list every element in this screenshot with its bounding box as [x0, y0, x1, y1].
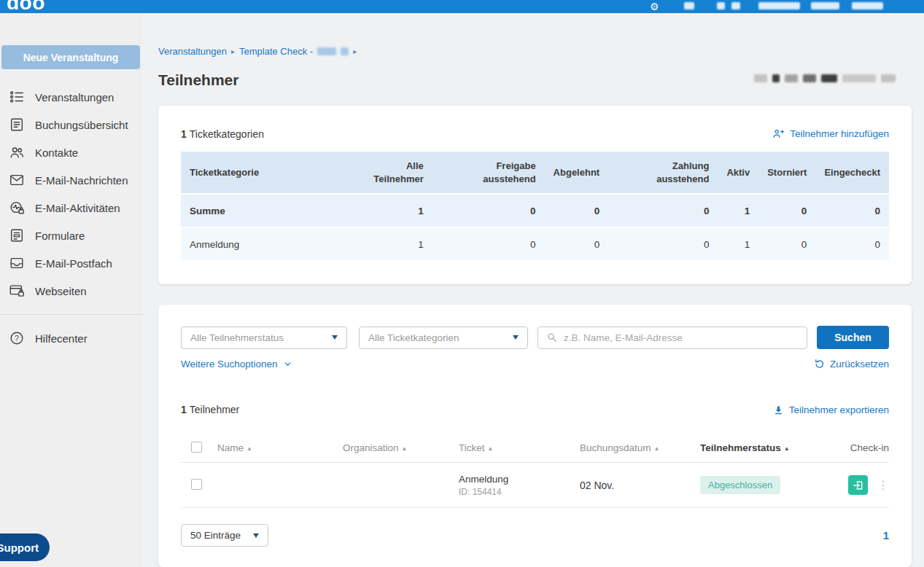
sidebar-item-email-nachrichten[interactable]: E-Mail-Nachrichten — [0, 166, 142, 194]
sort-name[interactable]: Name▲ — [217, 442, 343, 453]
sort-asc-icon: ▲ — [488, 445, 494, 452]
col-aktiv: Aktiv — [718, 152, 758, 193]
check-in-button[interactable] — [848, 475, 868, 495]
col-zahlung-ausstehend: Zahlung ausstehend — [608, 152, 718, 193]
sidebar-item-label: Formulare — [35, 230, 85, 242]
redacted-button[interactable] — [821, 74, 837, 82]
sidebar: Neue Veranstaltung Veranstaltungen Buchu… — [0, 13, 142, 567]
pagination-page-1[interactable]: 1 — [883, 529, 889, 541]
redacted-nav-item[interactable] — [717, 2, 725, 9]
sidebar-item-label: E-Mail-Nachrichten — [35, 174, 128, 187]
chevron-down-icon — [253, 533, 259, 538]
doo-logo[interactable]: doo — [7, 0, 45, 15]
sidebar-item-label: E-Mail-Aktivitäten — [35, 202, 120, 214]
sidebar-divider — [0, 314, 142, 315]
sidebar-item-label: Webseiten — [35, 285, 87, 297]
participant-table-header: Name▲ Organisation▲ Ticket▲ Buchungsdatu… — [181, 434, 889, 463]
sidebar-item-label: Hilfecenter — [35, 332, 88, 345]
search-icon — [546, 332, 558, 343]
redacted-button[interactable] — [803, 74, 816, 82]
sort-asc-icon: ▲ — [402, 445, 408, 452]
ticket-category-dropdown[interactable]: Alle Ticketkategorien — [359, 326, 528, 349]
row-checkbox[interactable] — [191, 479, 202, 490]
search-button[interactable]: Suchen — [817, 326, 889, 349]
redacted-nav-item[interactable] — [731, 2, 740, 9]
redacted-button[interactable] — [842, 74, 876, 82]
redacted-button[interactable] — [881, 74, 896, 82]
sidebar-item-email-aktivitaeten[interactable]: E-Mail-Aktivitäten — [0, 194, 142, 222]
gear-icon[interactable]: ⚙ — [650, 0, 659, 13]
web-icon — [7, 282, 26, 300]
redacted-nav-item[interactable] — [811, 2, 839, 9]
breadcrumb: Veranstaltungen ▸ Template Check - ▸ — [158, 46, 357, 57]
table-footer: 50 Einträge 1 — [181, 524, 889, 547]
sidebar-item-email-postfach[interactable]: E-Mail-Postfach — [0, 249, 142, 277]
redacted-button[interactable] — [772, 74, 780, 82]
chevron-down-icon — [332, 335, 338, 340]
reset-filters-link[interactable]: Zurücksetzen — [814, 359, 889, 369]
select-all-checkbox[interactable] — [191, 442, 202, 453]
participant-list-card: Alle Teilnehmerstatus Alle Ticketkategor… — [158, 305, 912, 567]
login-icon — [853, 480, 864, 491]
breadcrumb-separator-icon: ▸ — [231, 47, 235, 55]
sidebar-item-buchungsuebersicht[interactable]: Buchungsübersicht — [0, 111, 142, 138]
sort-ticket[interactable]: Ticket▲ — [459, 442, 580, 453]
ticket-summary-card: 1Ticketkategorien Teilnehmer hinzufügen … — [158, 106, 912, 284]
participant-row: Anmeldung ID: 154414 02 Nov. Abgeschloss… — [181, 463, 889, 508]
breadcrumb-link-event[interactable]: Template Check - — [239, 46, 313, 57]
sidebar-menu: Veranstaltungen Buchungsübersicht Kontak… — [0, 83, 142, 352]
summary-header-row: Ticketkategorie Alle Teilnehmer Freigabe… — [181, 152, 889, 193]
sidebar-item-label: E-Mail-Postfach — [35, 257, 112, 270]
breadcrumb-link-veranstaltungen[interactable]: Veranstaltungen — [158, 46, 227, 57]
sort-organisation[interactable]: Organisation▲ — [343, 442, 459, 453]
events-icon — [7, 88, 26, 106]
participant-ticket: Anmeldung ID: 154414 — [459, 474, 580, 497]
download-icon — [773, 404, 784, 415]
chevron-down-icon — [513, 335, 519, 340]
page-title: Teilnehmer — [158, 71, 238, 89]
redacted-nav-item[interactable] — [852, 2, 883, 9]
support-button[interactable]: Support — [0, 533, 50, 561]
col-alle-teilnehmer: Alle Teilnehmer — [345, 152, 432, 193]
sort-asc-icon: ▲ — [784, 445, 790, 452]
redacted-button[interactable] — [785, 74, 798, 82]
participant-count: 1Teilnehmer — [181, 404, 239, 415]
sidebar-item-label: Buchungsübersicht — [35, 119, 128, 131]
sort-asc-icon: ▲ — [654, 445, 660, 452]
mail-activity-icon — [7, 199, 26, 216]
sort-buchungsdatum[interactable]: Buchungsdatum▲ — [580, 442, 700, 453]
row-actions-menu-icon[interactable]: ⋮ — [877, 480, 889, 491]
table-row-summe: Summe 1 0 0 0 1 0 0 — [181, 195, 889, 227]
ticket-name: Anmeldung — [459, 474, 580, 485]
redacted-nav-item[interactable] — [758, 2, 800, 9]
person-plus-icon — [772, 128, 785, 140]
status-badge: Abgeschlossen — [700, 476, 780, 494]
contacts-icon — [7, 144, 26, 161]
table-row-anmeldung: Anmeldung 1 0 0 0 1 0 0 — [181, 228, 889, 260]
redacted-nav-item[interactable] — [684, 2, 694, 9]
search-input[interactable] — [564, 332, 799, 343]
sidebar-item-veranstaltungen[interactable]: Veranstaltungen — [0, 83, 142, 111]
sort-teilnehmerstatus[interactable]: Teilnehmerstatus▲ — [700, 442, 828, 453]
mail-icon — [7, 171, 26, 189]
redacted-breadcrumb-text — [341, 47, 349, 55]
bookings-icon — [7, 116, 26, 133]
redacted-toolbar — [754, 74, 896, 82]
col-eingecheckt: Eingecheckt — [815, 152, 889, 193]
redacted-button[interactable] — [754, 74, 767, 82]
col-check-in: Check-in — [828, 442, 889, 453]
more-search-options-link[interactable]: Weitere Suchoptionen — [181, 359, 292, 369]
export-participants-link[interactable]: Teilnehmer exportieren — [773, 404, 889, 415]
sidebar-item-hilfecenter[interactable]: ? Hilfecenter — [0, 324, 142, 352]
inbox-icon — [7, 254, 26, 272]
sidebar-item-kontakte[interactable]: Kontakte — [0, 138, 142, 166]
add-participant-link[interactable]: Teilnehmer hinzufügen — [772, 128, 889, 140]
count-value: 1 — [181, 128, 187, 140]
participant-status-dropdown[interactable]: Alle Teilnehmerstatus — [181, 326, 347, 349]
redacted-breadcrumb-text — [317, 47, 336, 55]
sidebar-item-webseiten[interactable]: Webseiten — [0, 277, 142, 305]
sidebar-item-formulare[interactable]: Formulare — [0, 222, 142, 249]
page-size-dropdown[interactable]: 50 Einträge — [181, 524, 268, 547]
new-event-button[interactable]: Neue Veranstaltung — [1, 45, 140, 69]
ticket-categories-count: 1Ticketkategorien — [181, 128, 264, 140]
